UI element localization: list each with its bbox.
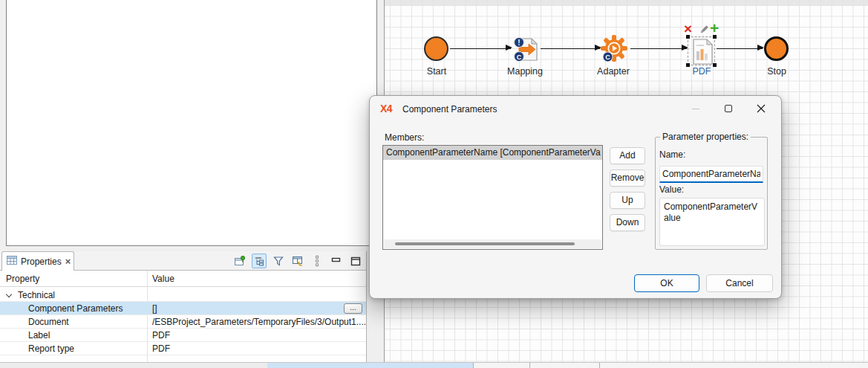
name-label: Name: [659, 149, 685, 160]
stop-node-label: Stop [747, 66, 806, 77]
ellipsis-button[interactable]: ... [344, 303, 362, 314]
members-label: Members: [385, 132, 424, 143]
column-header-value[interactable]: Value [152, 274, 174, 284]
ok-button[interactable]: OK [634, 274, 699, 292]
row-property: Document [28, 315, 69, 329]
stop-node[interactable] [764, 36, 789, 61]
bottom-scrollbar-thumb[interactable] [267, 363, 473, 368]
svg-text:C: C [517, 54, 522, 61]
dialog-title: Component Parameters [402, 104, 497, 114]
cancel-button[interactable]: Cancel [706, 274, 773, 292]
scrollbar-thumb[interactable] [395, 242, 575, 245]
pdf-node-label: PDF [672, 66, 731, 77]
table-row-component-parameters[interactable]: Component Parameters [] ... [0, 302, 366, 315]
members-list[interactable]: ComponentParameterName [ComponentParamet… [382, 145, 603, 250]
table-row-report-type[interactable]: Report type PDF [0, 342, 366, 355]
down-button[interactable]: Down [610, 214, 645, 231]
row-property: Report type [28, 342, 74, 355]
table-row-label[interactable]: Label PDF [0, 329, 366, 342]
column-header-property[interactable]: Property [6, 274, 39, 284]
list-horizontal-scrollbar[interactable] [384, 239, 601, 248]
canvas-top-band [385, 0, 868, 5]
row-property: Label [28, 329, 50, 342]
bottom-trim-segment [529, 363, 599, 368]
table-icon [7, 255, 17, 268]
pin-view-icon[interactable] [232, 254, 247, 268]
row-value: PDF [152, 329, 170, 342]
selection-handle[interactable] [686, 35, 690, 39]
row-property: Technical [18, 288, 55, 302]
mapping-node[interactable]: ! C [512, 36, 540, 63]
member-list-item[interactable]: ComponentParameterName [ComponentParamet… [383, 146, 602, 160]
start-node[interactable] [424, 36, 448, 61]
adapter-node-label: Adapter [584, 66, 643, 77]
filter-icon[interactable] [271, 254, 286, 268]
tab-label: Properties [21, 256, 62, 267]
mapping-node-label: Mapping [495, 66, 555, 77]
dialog-titlebar[interactable]: X4 Component Parameters [370, 96, 781, 121]
properties-table-header[interactable]: Property Value [0, 271, 366, 287]
connector [450, 48, 511, 49]
row-value: /ESBProject_Parameters/TemporaryFiles/3/… [152, 315, 366, 329]
connector [717, 48, 763, 49]
name-input[interactable] [659, 166, 763, 183]
selection-handle[interactable] [713, 35, 717, 39]
tab-properties[interactable]: Properties × [1, 251, 74, 271]
add-node-icon[interactable]: + [710, 22, 719, 34]
value-label: Value: [659, 184, 684, 195]
restore-default-icon[interactable] [290, 254, 305, 268]
add-button[interactable]: Add [610, 147, 645, 164]
value-textarea[interactable]: ComponentParameterValue [659, 198, 765, 246]
bottom-trim-segment [599, 363, 868, 368]
group-title: Parameter properties: [660, 132, 751, 142]
connector [541, 48, 600, 49]
left-editor-canvas[interactable] [6, 0, 377, 246]
row-value: PDF [152, 342, 170, 355]
bottom-trim-bar [0, 362, 868, 368]
minimize-view-icon[interactable] [329, 254, 344, 268]
mapping-icon: ! C [512, 55, 540, 65]
arrowhead-icon [757, 45, 764, 51]
maximize-button[interactable] [714, 99, 743, 118]
table-row-document[interactable]: Document /ESBProject_Parameters/Temporar… [0, 315, 366, 329]
chevron-down-icon[interactable] [6, 291, 12, 297]
remove-button[interactable]: Remove [610, 170, 645, 187]
delete-node-icon[interactable]: × [684, 23, 692, 35]
component-parameters-dialog: X4 Component Parameters Members: Compone… [369, 95, 782, 299]
show-categories-icon[interactable] [252, 254, 267, 268]
connector [630, 48, 687, 49]
properties-panel: Properties × [0, 251, 367, 362]
close-button[interactable] [747, 99, 775, 118]
properties-tabbar: Properties × [0, 251, 366, 271]
x4-logo: X4 [380, 103, 392, 114]
tab-close-icon[interactable]: × [65, 257, 71, 266]
up-button[interactable]: Up [610, 192, 645, 209]
arrowhead-icon [506, 45, 512, 51]
view-menu-dots-icon[interactable] [310, 254, 324, 268]
edit-pencil-icon[interactable] [699, 25, 709, 37]
maximize-view-icon[interactable] [348, 254, 363, 268]
bottom-trim-segment [473, 363, 529, 368]
row-value: [] [152, 302, 157, 315]
parameter-properties-group: Parameter properties: Name: Value: Compo… [655, 137, 768, 250]
pdf-node-selected[interactable] [688, 36, 715, 65]
start-node-label: Start [407, 66, 466, 77]
table-row-technical[interactable]: Technical [0, 288, 366, 302]
adapter-node[interactable]: C [598, 33, 630, 65]
row-property: Component Parameters [28, 302, 123, 315]
svg-text:!: ! [518, 39, 520, 47]
minimize-button [682, 99, 710, 118]
svg-text:C: C [605, 54, 610, 61]
